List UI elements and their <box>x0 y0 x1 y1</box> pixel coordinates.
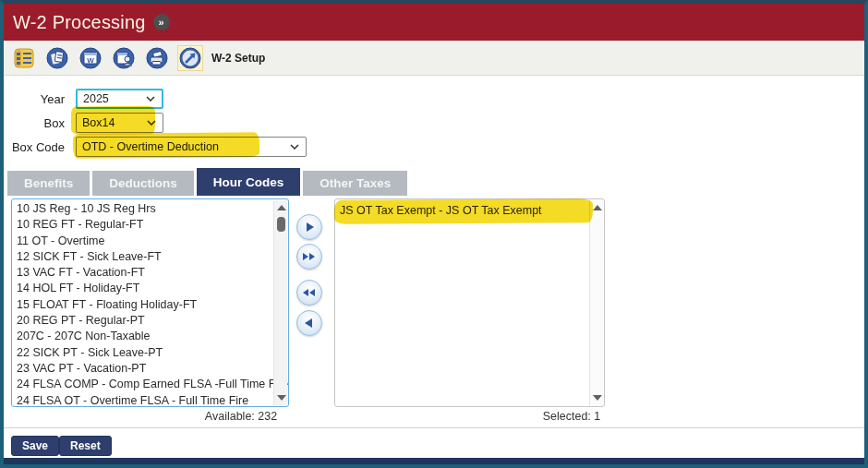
list-item[interactable]: 24 FLSA OT - Overtime FLSA - Full Time F… <box>12 393 273 407</box>
move-right-button[interactable] <box>296 214 322 240</box>
box-code-label: Box Code <box>7 140 65 154</box>
chevron-down-icon <box>146 96 155 102</box>
available-hour-codes-list[interactable]: 10 JS Reg - 10 JS Reg Hrs 10 REG FT - Re… <box>11 198 289 407</box>
box-value: Box14 <box>82 116 115 129</box>
scroll-down-icon[interactable] <box>277 395 286 401</box>
box-code-value: OTD - Overtime Deduction <box>82 140 219 153</box>
scroll-up-icon[interactable] <box>593 205 602 210</box>
list-item[interactable]: 13 VAC FT - Vacation-FT <box>12 265 273 281</box>
tab-deductions[interactable]: Deductions <box>92 171 194 196</box>
chevron-down-icon <box>290 144 299 150</box>
selected-hour-codes-list[interactable]: JS OT Tax Exempt - JS OT Tax Exempt <box>334 198 605 407</box>
list-item[interactable]: 22 SICK PT - Sick Leave-PT <box>12 345 273 361</box>
year-dropdown[interactable]: 2025 <box>76 89 163 109</box>
breadcrumb-expand-icon[interactable]: » <box>153 14 170 30</box>
toolbar: W <box>4 41 864 76</box>
selected-list-scrollbar[interactable] <box>589 200 603 405</box>
list-item[interactable]: 207C - 207C Non-Taxable <box>12 329 273 344</box>
list-item[interactable]: 11 OT - Overtime <box>12 234 273 249</box>
list-item[interactable]: 14 HOL FT - Holiday-FT <box>12 281 273 296</box>
w2-form-icon[interactable]: W <box>78 45 103 71</box>
tab-bar: Benefits Deductions Hour Codes Other Tax… <box>7 168 410 196</box>
documents-icon[interactable] <box>44 45 70 71</box>
list-item[interactable]: 23 VAC PT - Vacation-PT <box>12 361 273 377</box>
list-item[interactable]: 15 FLOAT FT - Floating Holiday-FT <box>12 297 273 313</box>
available-count: Available: 232 <box>153 410 329 423</box>
list-item[interactable]: 10 REG FT - Regular-FT <box>12 217 273 233</box>
page-title: W-2 Processing <box>13 12 146 33</box>
print-icon[interactable] <box>144 45 170 71</box>
box-label: Box <box>7 116 65 130</box>
arrow-right-icon <box>303 221 316 234</box>
double-arrow-right-icon <box>302 250 317 263</box>
double-arrow-left-icon <box>302 286 317 299</box>
list-item[interactable]: JS OT Tax Exempt - JS OT Tax Exempt <box>335 203 589 219</box>
box-code-dropdown[interactable]: OTD - Overtime Deduction <box>76 137 307 157</box>
move-all-left-button[interactable] <box>296 280 322 306</box>
year-label: Year <box>7 92 65 106</box>
tab-hour-codes[interactable]: Hour Codes <box>197 168 301 196</box>
list-item[interactable]: 10 JS Reg - 10 JS Reg Hrs <box>12 201 273 217</box>
move-left-button[interactable] <box>296 310 322 336</box>
divider <box>4 427 864 428</box>
box-dropdown[interactable]: Box14 <box>76 113 163 133</box>
scroll-down-icon[interactable] <box>593 395 602 401</box>
reset-button[interactable]: Reset <box>59 436 112 456</box>
tab-other-taxes[interactable]: Other Taxes <box>303 171 407 196</box>
arrow-left-icon <box>303 317 316 330</box>
chevron-down-icon <box>147 120 156 126</box>
year-value: 2025 <box>83 92 109 105</box>
tab-benefits[interactable]: Benefits <box>7 171 90 196</box>
list-item[interactable]: 24 FLSA COMP - Comp Earned FLSA -Full Ti… <box>12 377 273 392</box>
w2-processing-window: W-2 Processing » <box>0 0 868 468</box>
employee-form-icon[interactable] <box>111 45 137 71</box>
svg-text:W: W <box>87 55 94 64</box>
selected-count: Selected: 1 <box>484 410 659 423</box>
scrollbar-thumb[interactable] <box>277 217 285 232</box>
save-button[interactable]: Save <box>11 436 59 456</box>
w2-setup-icon[interactable] <box>177 45 203 71</box>
bottom-strip <box>4 458 864 464</box>
move-all-right-button[interactable] <box>296 244 322 270</box>
ledger-icon[interactable] <box>11 45 37 71</box>
window-header: W-2 Processing » <box>4 4 864 41</box>
available-list-scrollbar[interactable] <box>273 200 287 405</box>
list-item[interactable]: 12 SICK FT - Sick Leave-FT <box>12 249 273 265</box>
scroll-up-icon[interactable] <box>277 205 286 210</box>
list-item[interactable]: 20 REG PT - Regular-PT <box>12 313 273 329</box>
toolbar-setup-label: W-2 Setup <box>211 52 265 65</box>
